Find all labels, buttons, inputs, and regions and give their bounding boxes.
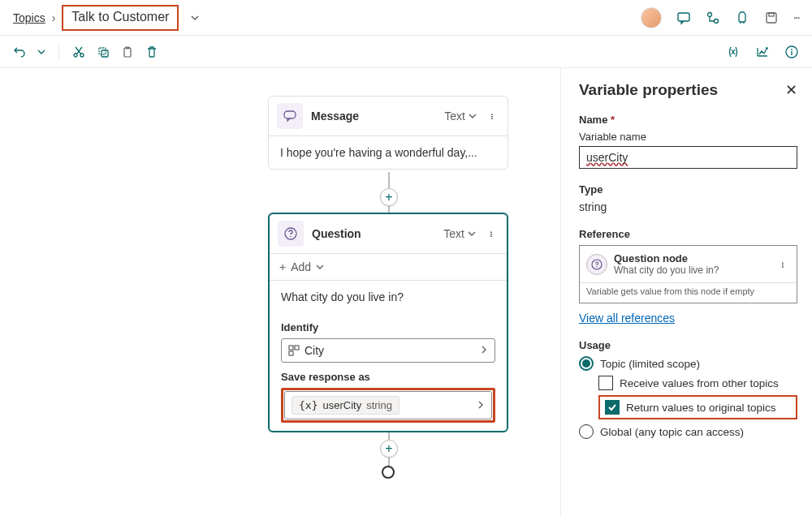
question-prompt[interactable]: What city do you live in? [270, 281, 507, 313]
view-all-references-link[interactable]: View all references [579, 312, 675, 325]
radio-icon [579, 356, 594, 371]
reference-subtitle: What city do you live in? [614, 264, 769, 276]
reference-note: Variable gets value from this node if em… [580, 282, 797, 303]
breadcrumb-current: Talk to Customer [62, 5, 179, 31]
svg-point-5 [74, 54, 77, 57]
delete-icon[interactable] [145, 45, 158, 58]
save-response-label: Save response as [281, 371, 495, 383]
avatar[interactable] [641, 7, 662, 28]
add-node-button[interactable]: + [380, 188, 398, 206]
question-icon [278, 221, 304, 247]
reference-label: Reference [579, 228, 797, 240]
question-node[interactable]: Question Text ··· + Add What city do you… [268, 213, 508, 432]
undo-chevron-icon[interactable] [37, 48, 45, 56]
save-icon[interactable] [764, 11, 779, 25]
svg-rect-13 [284, 111, 296, 118]
test-bot-icon[interactable] [735, 11, 749, 25]
node-more-icon[interactable]: ··· [484, 230, 499, 236]
end-node [382, 466, 395, 479]
svg-rect-18 [289, 351, 293, 355]
breadcrumb-root[interactable]: Topics [13, 11, 45, 24]
node-more-icon[interactable]: ··· [485, 113, 499, 118]
add-variation-button[interactable]: + Add [270, 254, 507, 281]
chevron-right-icon [477, 399, 485, 412]
svg-point-2 [714, 19, 718, 23]
svg-rect-7 [99, 48, 106, 54]
copy-icon[interactable] [97, 45, 110, 58]
radio-icon [579, 424, 594, 439]
svg-rect-8 [102, 50, 108, 57]
name-label: Name [579, 114, 797, 126]
svg-point-20 [596, 266, 597, 267]
usage-topic-radio[interactable]: Topic (limited scope) [579, 356, 797, 371]
svg-rect-9 [124, 48, 131, 57]
cut-icon[interactable] [72, 45, 85, 58]
usage-global-radio[interactable]: Global (any topic can access) [579, 424, 797, 439]
paste-icon[interactable] [121, 45, 134, 58]
reference-more-icon[interactable]: ··· [775, 261, 790, 267]
type-value: string [579, 200, 797, 213]
breadcrumb: Topics › Talk to Customer [13, 5, 200, 31]
node-header: Message Text ··· [269, 97, 508, 136]
entity-icon [288, 345, 300, 356]
plus-icon: + [279, 260, 286, 273]
reference-card: Question node What city do you live in? … [579, 245, 797, 303]
chevron-right-icon [480, 344, 488, 357]
topic-dropdown-chevron[interactable] [190, 13, 200, 23]
save-response-highlight: {x} userCity string [281, 388, 495, 423]
variables-icon[interactable] [726, 45, 741, 59]
node-header: Question Text ··· [270, 214, 507, 254]
info-icon[interactable] [784, 45, 799, 59]
more-icon[interactable]: ··· [793, 11, 799, 25]
message-body[interactable]: I hope you're having a wonderful day,... [269, 136, 508, 169]
top-bar-actions: ··· [641, 7, 799, 28]
message-icon [277, 103, 303, 129]
checkbox-icon [605, 400, 620, 415]
svg-point-12 [791, 49, 793, 50]
receive-values-checkbox[interactable]: Receive values from other topics [598, 376, 797, 390]
svg-rect-17 [295, 346, 299, 350]
breadcrumb-separator: › [52, 11, 56, 24]
svg-point-6 [80, 54, 84, 57]
analytics-icon[interactable] [755, 45, 770, 59]
question-icon [586, 254, 607, 275]
variable-icon: {x} [299, 399, 317, 411]
toolbar [0, 36, 812, 68]
variable-name-input[interactable]: userCity [579, 146, 797, 169]
save-response-select[interactable]: {x} userCity string [284, 391, 492, 419]
add-node-button[interactable]: + [380, 440, 398, 458]
svg-rect-3 [767, 13, 776, 23]
node-title: Message [311, 110, 436, 123]
svg-point-1 [707, 12, 711, 16]
identify-label: Identify [281, 321, 495, 333]
topic-checker-icon[interactable] [706, 11, 720, 25]
variable-properties-panel: Variable properties ✕ Name Variable name… [560, 68, 812, 516]
svg-rect-0 [678, 13, 689, 21]
variable-chip: {x} userCity string [292, 396, 400, 415]
identify-select[interactable]: City [281, 338, 495, 363]
comment-icon[interactable] [676, 11, 691, 25]
top-bar: Topics › Talk to Customer ··· [0, 0, 812, 36]
authoring-canvas[interactable]: + + Message Text ··· I hope you're havin… [0, 68, 560, 516]
node-type[interactable]: Text [443, 227, 476, 240]
checkbox-icon [598, 376, 613, 390]
undo-icon[interactable] [13, 45, 26, 58]
node-type[interactable]: Text [444, 110, 477, 123]
message-node[interactable]: Message Text ··· I hope you're having a … [268, 96, 508, 170]
return-values-highlight: Return values to original topics [598, 395, 797, 419]
type-label: Type [579, 183, 797, 196]
return-values-checkbox[interactable]: Return values to original topics [605, 400, 791, 415]
reference-title: Question node [614, 252, 769, 264]
panel-title: Variable properties [579, 81, 718, 99]
usage-label: Usage [579, 339, 797, 351]
close-icon[interactable]: ✕ [785, 81, 797, 99]
svg-rect-16 [289, 346, 293, 350]
name-sublabel: Variable name [579, 131, 797, 143]
node-title: Question [312, 227, 435, 240]
svg-point-15 [290, 236, 292, 238]
